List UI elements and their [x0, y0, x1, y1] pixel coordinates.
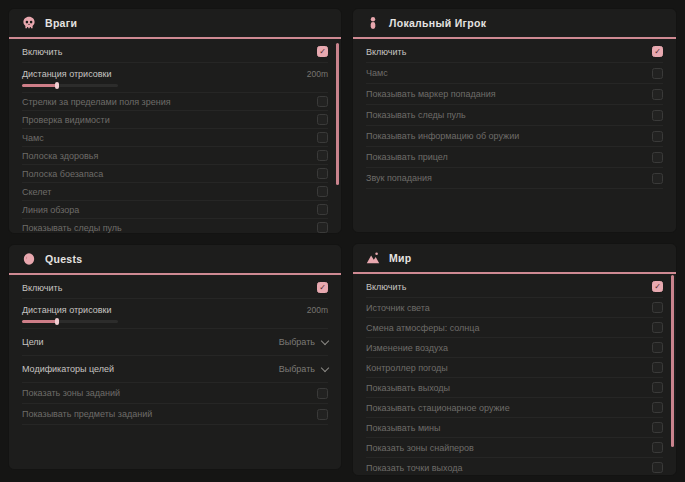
slider-fill	[22, 320, 57, 323]
dropdown[interactable]: Выбрать	[279, 364, 328, 374]
setting-row-checkbox[interactable]: Показать точки выхода	[366, 458, 663, 476]
checkbox[interactable]: ✓	[652, 46, 663, 57]
setting-row-checkbox[interactable]: Включить✓	[22, 277, 328, 299]
checkbox[interactable]	[652, 382, 663, 393]
panel-local-player: Локальный Игрок Включить✓ЧамсПоказывать …	[352, 8, 677, 233]
checkbox[interactable]: ✓	[317, 282, 328, 293]
panel-title: Quests	[45, 253, 82, 265]
setting-row-checkbox[interactable]: Линия обзора	[22, 201, 328, 219]
slider-track[interactable]	[22, 84, 118, 87]
setting-row-checkbox[interactable]: Показывать следы пуль	[22, 219, 328, 234]
setting-label: Звук попадания	[366, 173, 432, 183]
setting-row-checkbox[interactable]: Показывать информацию об оружии	[366, 126, 663, 147]
setting-label: Включить	[366, 47, 406, 57]
skull-icon	[22, 16, 36, 30]
setting-row-checkbox[interactable]: Стрелки за пределами поля зрения	[22, 93, 328, 111]
checkbox[interactable]	[317, 114, 328, 125]
chevron-down-icon	[321, 336, 329, 344]
setting-row-checkbox[interactable]: Изменение воздуха	[366, 338, 663, 358]
scrollbar-thumb[interactable]	[336, 43, 339, 185]
slider-value: 200m	[307, 305, 328, 315]
setting-row-checkbox[interactable]: Включить✓	[22, 41, 328, 63]
setting-row-slider[interactable]: Дистанция отрисовки200m	[22, 299, 328, 329]
checkbox[interactable]	[652, 362, 663, 373]
setting-row-checkbox[interactable]: Включить✓	[366, 276, 663, 298]
setting-row-select[interactable]: ЦелиВыбрать	[22, 329, 328, 356]
slider-value: 200m	[307, 69, 328, 79]
checkbox[interactable]	[317, 168, 328, 179]
checkbox[interactable]	[317, 132, 328, 143]
checkbox[interactable]	[317, 388, 328, 399]
setting-label: Показывать выходы	[366, 383, 450, 393]
checkbox[interactable]	[317, 96, 328, 107]
setting-row-checkbox[interactable]: Полоска здоровья	[22, 147, 328, 165]
checkbox[interactable]	[317, 222, 328, 233]
setting-label: Цели	[22, 337, 44, 347]
checkbox[interactable]	[652, 152, 663, 163]
setting-row-checkbox[interactable]: Показывать стационарное оружие	[366, 398, 663, 418]
checkbox[interactable]	[652, 422, 663, 433]
slider-handle[interactable]	[55, 82, 59, 89]
checkbox[interactable]	[652, 322, 663, 333]
checkbox[interactable]	[652, 462, 663, 473]
setting-row-checkbox[interactable]: Показывать предметы заданий	[22, 404, 328, 425]
checkbox[interactable]	[317, 186, 328, 197]
setting-row-checkbox[interactable]: Показывать следы пуль	[366, 105, 663, 126]
mod-menu-overlay: Враги Включить✓Дистанция отрисовки200mСт…	[0, 0, 685, 482]
setting-label: Включить	[22, 47, 62, 57]
setting-label: Чамс	[366, 68, 388, 78]
setting-row-checkbox[interactable]: Показывать маркер попадания	[366, 84, 663, 105]
setting-row-checkbox[interactable]: Включить✓	[366, 41, 663, 63]
setting-row-checkbox[interactable]: Полоска боезапаса	[22, 165, 328, 183]
setting-label: Показывать мины	[366, 423, 441, 433]
setting-label: Полоска боезапаса	[22, 169, 103, 179]
checkbox[interactable]: ✓	[317, 46, 328, 57]
panel-title: Мир	[389, 252, 412, 264]
setting-row-checkbox[interactable]: Показать зоны снайперов	[366, 438, 663, 458]
checkbox[interactable]	[652, 302, 663, 313]
setting-label: Контроллер погоды	[366, 363, 448, 373]
panel-local-player-header: Локальный Игрок	[353, 9, 676, 39]
setting-row-checkbox[interactable]: Показать зоны заданий	[22, 383, 328, 404]
setting-row-checkbox[interactable]: Источник света	[366, 298, 663, 318]
checkbox[interactable]: ✓	[652, 281, 663, 292]
checkbox[interactable]	[652, 68, 663, 79]
panel-quests-header: Quests	[9, 245, 341, 275]
setting-label: Показывать маркер попадания	[366, 89, 496, 99]
setting-label: Дистанция отрисовки	[22, 69, 112, 79]
mountains-icon	[366, 251, 380, 265]
setting-label: Модификаторы целей	[22, 364, 114, 374]
setting-row-checkbox[interactable]: Чамс	[22, 129, 328, 147]
checkbox[interactable]	[652, 173, 663, 184]
checkbox[interactable]	[317, 409, 328, 420]
checkbox[interactable]	[652, 402, 663, 413]
setting-row-select[interactable]: Модификаторы целейВыбрать	[22, 356, 328, 383]
setting-row-checkbox[interactable]: Чамс	[366, 63, 663, 84]
checkbox[interactable]	[652, 442, 663, 453]
checkbox[interactable]	[652, 89, 663, 100]
setting-row-slider[interactable]: Дистанция отрисовки200m	[22, 63, 328, 93]
checkbox[interactable]	[652, 131, 663, 142]
dropdown[interactable]: Выбрать	[279, 337, 328, 347]
slider-track[interactable]	[22, 320, 118, 323]
setting-row-checkbox[interactable]: Скелет	[22, 183, 328, 201]
setting-label: Проверка видимости	[22, 115, 110, 125]
setting-row-checkbox[interactable]: Контроллер погоды	[366, 358, 663, 378]
checkbox[interactable]	[317, 204, 328, 215]
checkbox[interactable]	[652, 342, 663, 353]
setting-row-checkbox[interactable]: Показывать мины	[366, 418, 663, 438]
checkbox[interactable]	[652, 110, 663, 121]
quest-marker-icon	[22, 252, 36, 266]
right-column: Локальный Игрок Включить✓ЧамсПоказывать …	[352, 8, 677, 476]
setting-row-checkbox[interactable]: Смена атмосферы: солнца	[366, 318, 663, 338]
setting-row-checkbox[interactable]: Показывать выходы	[366, 378, 663, 398]
slider-handle[interactable]	[55, 318, 59, 325]
setting-label: Показывать прицел	[366, 152, 448, 162]
setting-row-checkbox[interactable]: Звук попадания	[366, 168, 663, 189]
setting-label: Полоска здоровья	[22, 151, 98, 161]
setting-row-checkbox[interactable]: Показывать прицел	[366, 147, 663, 168]
setting-label: Включить	[22, 283, 62, 293]
scrollbar-thumb[interactable]	[671, 275, 674, 447]
setting-row-checkbox[interactable]: Проверка видимости	[22, 111, 328, 129]
checkbox[interactable]	[317, 150, 328, 161]
